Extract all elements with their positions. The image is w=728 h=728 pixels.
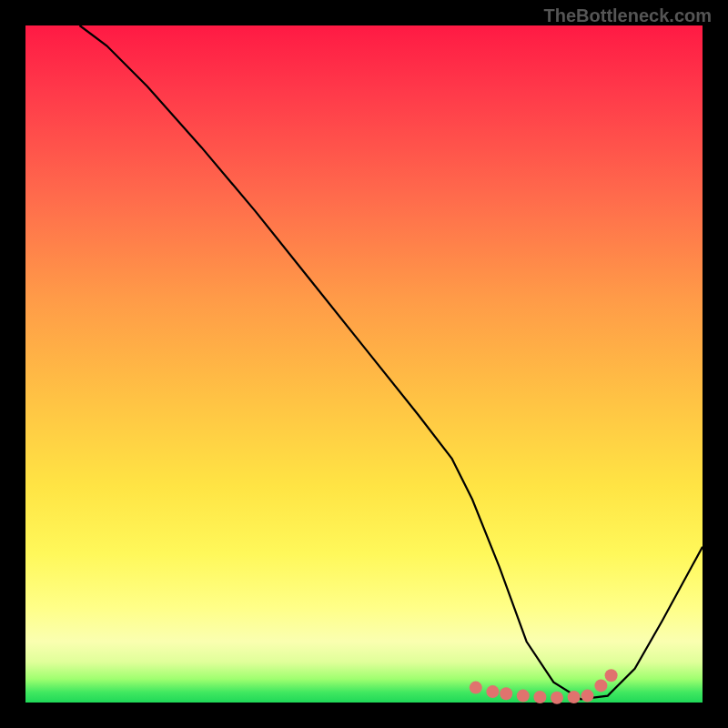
chart-svg xyxy=(25,25,703,703)
minimum-dot xyxy=(486,685,499,698)
minimum-dot xyxy=(500,687,512,700)
minimum-dot xyxy=(517,690,530,703)
minimum-dot xyxy=(470,682,482,694)
bottleneck-curve-line xyxy=(80,25,703,699)
chart-plot-area xyxy=(25,25,703,703)
watermark-text: TheBottleneck.com xyxy=(544,5,712,26)
minimum-dot xyxy=(581,690,594,703)
minimum-region-dots xyxy=(470,669,618,704)
minimum-dot xyxy=(594,679,607,692)
minimum-dot xyxy=(605,669,618,682)
minimum-dot xyxy=(533,691,546,703)
minimum-dot xyxy=(568,691,581,703)
minimum-dot xyxy=(551,692,563,704)
